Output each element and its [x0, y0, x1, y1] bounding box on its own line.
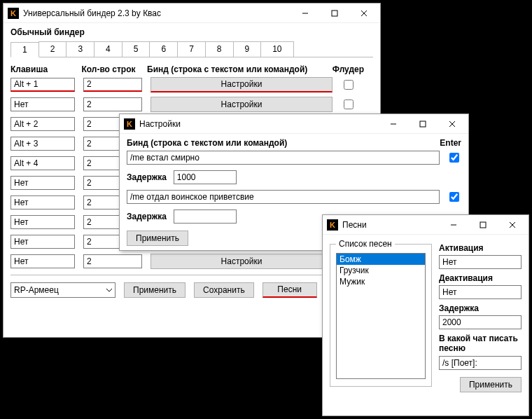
minimize-button[interactable] [379, 115, 408, 133]
svg-rect-5 [420, 121, 426, 127]
tab-9[interactable]: 9 [233, 41, 262, 57]
row-settings-button[interactable]: Настройки [150, 254, 332, 269]
flooder-checkbox[interactable] [344, 99, 354, 109]
row-settings-button[interactable]: Настройки [150, 77, 332, 92]
count-input[interactable] [83, 97, 142, 111]
enter-checkbox-1[interactable] [449, 153, 459, 163]
close-button[interactable] [349, 4, 379, 22]
tab-1[interactable]: 1 [10, 42, 39, 57]
tab-8[interactable]: 8 [205, 41, 234, 57]
chat-label: В какой чат писать песню [439, 334, 522, 354]
profile-select[interactable]: RP-Армеец [10, 282, 115, 298]
apply-button[interactable]: Применить [460, 377, 522, 392]
tab-6[interactable]: 6 [149, 41, 178, 57]
close-button[interactable] [438, 115, 467, 133]
tab-10[interactable]: 10 [260, 41, 293, 57]
delay-input-2[interactable] [174, 210, 237, 224]
titlebar: K Универсальный биндер 2.3 by Квас [4, 4, 380, 23]
activation-input[interactable] [439, 255, 522, 269]
svg-rect-1 [332, 11, 337, 16]
app-icon: K [327, 219, 338, 231]
bind-row: Настройки [10, 77, 373, 92]
chevron-down-icon [106, 287, 112, 293]
maximize-button[interactable] [468, 216, 498, 234]
app-icon: K [8, 8, 19, 19]
tab-5[interactable]: 5 [122, 41, 150, 57]
count-input[interactable] [83, 78, 142, 92]
apply-button[interactable]: Применить [127, 231, 188, 246]
section-title: Обычный биндер [10, 27, 373, 37]
list-item[interactable]: Грузчик [337, 265, 425, 276]
enter-checkbox-2[interactable] [449, 192, 459, 202]
window-title: Настройки [139, 119, 379, 129]
svg-rect-9 [480, 222, 486, 228]
maximize-button[interactable] [320, 4, 349, 22]
key-input[interactable] [10, 235, 75, 249]
tab-7[interactable]: 7 [177, 41, 206, 57]
songs-window: K Песни Список песен БомжГрузчикМужик Ак… [322, 214, 529, 416]
window-title: Универсальный биндер 2.3 by Квас [23, 8, 290, 18]
songs-list-label: Список песен [336, 239, 395, 249]
delay-label-2: Задержка [127, 212, 167, 221]
chat-input[interactable] [439, 356, 522, 370]
key-input[interactable] [10, 97, 75, 111]
titlebar: K Настройки [120, 114, 468, 134]
tab-3[interactable]: 3 [66, 41, 94, 57]
songs-button[interactable]: Песни [262, 282, 317, 298]
tab-strip: 12345678910 [10, 41, 373, 57]
songs-listbox[interactable]: БомжГрузчикМужик [336, 253, 426, 379]
songs-list-group: Список песен БомжГрузчикМужик [330, 239, 432, 387]
bind-row: Настройки [10, 254, 373, 269]
key-input[interactable] [10, 176, 75, 190]
activation-label: Активация [439, 243, 522, 253]
list-item[interactable]: Бомж [337, 254, 425, 265]
minimize-button[interactable] [290, 4, 320, 22]
key-input[interactable] [10, 195, 75, 210]
bind-line-2[interactable] [127, 190, 440, 204]
key-input[interactable] [10, 254, 75, 268]
key-input[interactable] [10, 156, 75, 170]
delay-label: Задержка [439, 303, 522, 313]
key-input[interactable] [10, 215, 75, 229]
profile-value: RP-Армеец [14, 285, 59, 295]
bind-row: Настройки [10, 97, 373, 112]
deactivation-label: Деактивация [439, 273, 522, 283]
list-item[interactable]: Мужик [337, 276, 425, 287]
apply-button[interactable]: Применить [124, 282, 186, 298]
delay-label-1: Задержка [127, 172, 167, 182]
bind-line-1[interactable] [127, 151, 440, 165]
save-button[interactable]: Сохранить [194, 282, 254, 298]
enter-header: Enter [440, 138, 461, 148]
header-bind: Бинд (строка с текстом или командой) [147, 64, 324, 74]
bind-header: Бинд (строка с текстом или командой) [127, 138, 287, 148]
key-input[interactable] [10, 117, 75, 131]
key-input[interactable] [10, 78, 75, 92]
key-input[interactable] [10, 137, 75, 151]
header-flooder: Флудер [332, 64, 373, 74]
delay-input[interactable] [439, 315, 522, 329]
column-headers: Клавиша Кол-во строк Бинд (строка с текс… [10, 64, 373, 74]
maximize-button[interactable] [408, 115, 438, 133]
deactivation-input[interactable] [439, 285, 522, 299]
tab-2[interactable]: 2 [38, 41, 67, 57]
flooder-checkbox[interactable] [344, 80, 354, 90]
window-title: Песни [342, 220, 439, 230]
delay-input-1[interactable] [174, 170, 237, 184]
minimize-button[interactable] [439, 216, 468, 234]
bottom-bar: RP-Армеец Применить Сохранить Песни Вниз [10, 275, 373, 298]
row-settings-button[interactable]: Настройки [150, 97, 332, 112]
header-key: Клавиша [10, 64, 73, 74]
tab-4[interactable]: 4 [94, 41, 122, 57]
titlebar: K Песни [323, 215, 528, 235]
header-count: Кол-во строк [81, 64, 139, 74]
app-icon: K [124, 118, 135, 130]
close-button[interactable] [498, 216, 527, 234]
count-input[interactable] [83, 254, 142, 268]
